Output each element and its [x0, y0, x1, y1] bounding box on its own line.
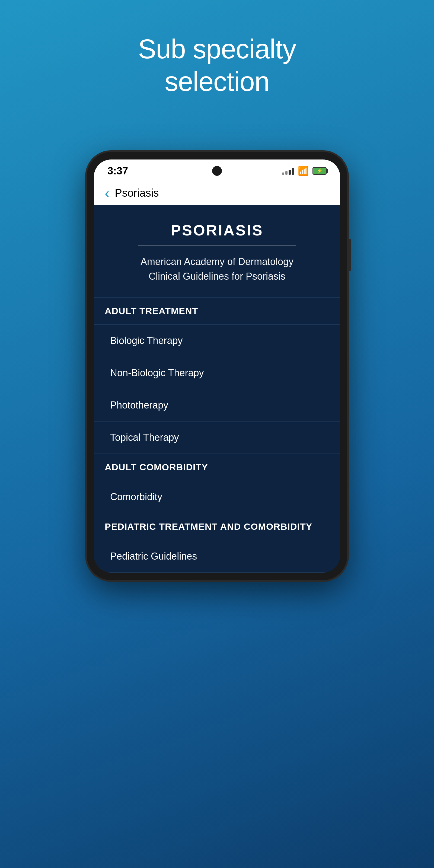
list-item-phototherapy[interactable]: Phototherapy: [94, 389, 340, 422]
status-time: 3:37: [107, 165, 128, 177]
section-pediatric-treatment: PEDIATRIC TREATMENT AND COMORBIDITY Pedi…: [94, 513, 340, 572]
section-header-text: ADULT TREATMENT: [105, 306, 198, 316]
status-bar: 3:37 📶 ⚡: [94, 159, 340, 181]
title-line1: Sub specialty: [138, 34, 296, 64]
list-item-text: Biologic Therapy: [110, 335, 183, 346]
wifi-icon: 📶: [298, 166, 309, 176]
list-item-comorbidity[interactable]: Comorbidity: [94, 481, 340, 513]
status-icons: 📶 ⚡: [282, 166, 327, 176]
app-subtitle: American Academy of Dermatology Clinical…: [105, 254, 329, 284]
subtitle-line1: American Academy of Dermatology: [141, 256, 293, 267]
list-item-text: Pediatric Guidelines: [110, 551, 197, 562]
title-line2: selection: [165, 66, 269, 97]
nav-bar: ‹ Psoriasis: [94, 181, 340, 205]
section-header-adult-comorbidity: ADULT COMORBIDITY: [94, 454, 340, 481]
page-title-block: Sub specialty selection: [138, 33, 296, 98]
battery-icon: ⚡: [312, 167, 327, 175]
phone-screen: 3:37 📶 ⚡ ‹ Psori: [94, 159, 340, 572]
list-item-topical-therapy[interactable]: Topical Therapy: [94, 422, 340, 454]
list-item-text: Non-Biologic Therapy: [110, 367, 204, 378]
nav-title: Psoriasis: [115, 187, 159, 199]
app-content: PSORIASIS American Academy of Dermatolog…: [94, 205, 340, 572]
signal-icon: [282, 167, 294, 175]
list-item-text: Topical Therapy: [110, 432, 179, 443]
phone-wrapper: 3:37 📶 ⚡ ‹ Psori: [87, 152, 347, 580]
app-main-title: PSORIASIS: [105, 221, 329, 239]
section-header-pediatric: PEDIATRIC TREATMENT AND COMORBIDITY: [94, 513, 340, 540]
phone-frame: 3:37 📶 ⚡ ‹ Psori: [87, 152, 347, 580]
camera-cutout: [212, 166, 222, 176]
battery-bolt-icon: ⚡: [316, 168, 322, 174]
section-adult-treatment: ADULT TREATMENT Biologic Therapy Non-Bio…: [94, 298, 340, 454]
list-item-text: Comorbidity: [110, 491, 162, 502]
list-item-non-biologic-therapy[interactable]: Non-Biologic Therapy: [94, 357, 340, 389]
section-header-adult-treatment: ADULT TREATMENT: [94, 298, 340, 325]
list-item-biologic-therapy[interactable]: Biologic Therapy: [94, 325, 340, 357]
section-adult-comorbidity: ADULT COMORBIDITY Comorbidity: [94, 454, 340, 513]
list-item-pediatric-guidelines[interactable]: Pediatric Guidelines: [94, 540, 340, 572]
back-button[interactable]: ‹: [105, 186, 109, 200]
section-header-text: PEDIATRIC TREATMENT AND COMORBIDITY: [105, 521, 312, 532]
app-header: PSORIASIS American Academy of Dermatolog…: [94, 205, 340, 298]
section-header-text: ADULT COMORBIDITY: [105, 462, 208, 472]
list-item-text: Phototherapy: [110, 400, 168, 411]
subtitle-line2: Clinical Guidelines for Psoriasis: [149, 271, 285, 282]
